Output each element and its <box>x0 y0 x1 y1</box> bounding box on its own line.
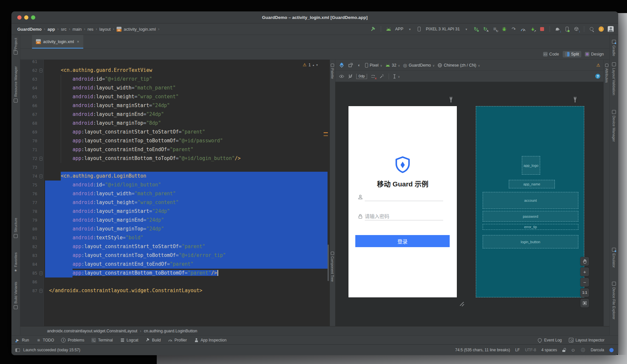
zoom-fit-button[interactable] <box>580 299 589 308</box>
code-line-79[interactable]: 79android:layout_marginEnd="24dp" <box>20 216 330 225</box>
password-placeholder[interactable]: 请输入密码 <box>365 213 389 219</box>
help-icon[interactable]: ? <box>595 74 600 79</box>
toolwindow-button-logcat[interactable]: Logcat <box>120 338 138 342</box>
attach-debugger-icon[interactable] <box>511 26 517 32</box>
toolwindow-button-problems[interactable]: Problems <box>61 338 84 342</box>
breadcrumb-item-main[interactable]: main <box>72 27 82 32</box>
code-line-62[interactable]: 62<cn.authing.guard.ErrorTextView <box>20 66 330 75</box>
code-editor[interactable]: 6162<cn.authing.guard.ErrorTextView63and… <box>20 60 330 326</box>
view-mode-split[interactable]: Split <box>563 51 581 57</box>
device-manager-icon[interactable] <box>564 26 570 32</box>
apply-changes-bug-icon[interactable] <box>530 26 536 32</box>
code-line-75[interactable]: 75android:id="@+id/login_button" <box>20 181 330 189</box>
code-line-87[interactable]: 87</androidx.constraintlayout.widget.Con… <box>20 286 330 295</box>
code-line-78[interactable]: 78android:layout_marginStart="24dp" <box>20 207 330 216</box>
sidebar-item-build-variants[interactable]: Build Variants <box>11 282 20 309</box>
breadcrumb-item-guarddemo[interactable]: GuardDemo <box>17 27 41 32</box>
code-line-76[interactable]: 76android:layout_width="match_parent" <box>20 189 330 198</box>
code-line-65[interactable]: 65android:layout_height="wrap_content" <box>20 92 330 101</box>
zoom-actual-button[interactable]: 1:1 <box>580 288 589 297</box>
warning-stripe-mark[interactable] <box>324 135 328 136</box>
tab-activity-login-xml[interactable]: activity_login.xml × <box>32 35 83 48</box>
code-line-72[interactable]: 72app:layout_constraintBottom_toTopOf="@… <box>20 154 330 163</box>
locale-select[interactable]: Chinese (zh / CN) <box>438 63 480 68</box>
caret-position[interactable]: 74:5 (535 chars, 11 line breaks) <box>455 348 510 352</box>
code-line-68[interactable]: 68android:layout_marginTop="8dp" <box>20 119 330 128</box>
sidebar-item-gradle[interactable]: Gradle <box>610 40 618 56</box>
sidebar-item-emulator[interactable]: Emulator <box>610 248 618 268</box>
breadcrumb-item-res[interactable]: res <box>88 27 93 32</box>
view-mode-design[interactable]: Design <box>583 51 606 57</box>
profiler-gauge-icon[interactable] <box>520 26 526 32</box>
sidebar-item-resource-manager[interactable]: Resource Manager <box>11 66 20 103</box>
zoom-in-button[interactable]: + <box>580 267 589 276</box>
avatar[interactable] <box>608 26 614 32</box>
toolwindow-toggle-icon[interactable] <box>15 348 20 352</box>
code-line-64[interactable]: 64android:layout_width="match_parent" <box>20 84 330 92</box>
autoconnect-off-magnet-icon[interactable] <box>347 73 353 79</box>
app-logo-shield-icon[interactable] <box>394 156 411 175</box>
code-line-74[interactable]: 74<cn.authing.guard.LoginButton <box>20 172 330 181</box>
code-line-70[interactable]: 70app:layout_constraintTop_toBottomOf="@… <box>20 136 330 145</box>
blueprint-error_tip[interactable]: error_tip <box>483 224 578 230</box>
account-input-underline[interactable] <box>365 201 443 201</box>
sdk-manager-cube-icon[interactable] <box>573 26 579 32</box>
breadcrumb-item-layout[interactable]: layout <box>99 27 111 32</box>
preview-config-wrench-icon[interactable] <box>448 96 454 103</box>
breadcrumb-item-app[interactable]: app <box>47 27 55 32</box>
chevron-down-icon[interactable] <box>463 26 469 32</box>
feedback-happy-icon[interactable]: ☺ <box>571 347 575 353</box>
code-line-82[interactable]: 82app:layout_constraintStart_toStartOf="… <box>20 242 330 251</box>
default-margins-ibeam[interactable] <box>393 74 400 79</box>
warning-stripe-mark[interactable] <box>324 132 328 133</box>
code-line-86[interactable]: 86 <box>20 277 330 286</box>
toolwindow-button-layout-inspector[interactable]: Layout Inspector <box>569 338 604 342</box>
search-icon[interactable] <box>589 26 595 32</box>
inspection-widget[interactable]: ⚠ 1 ▴ ▾ <box>303 62 318 67</box>
zoom-out-button[interactable]: − <box>580 278 589 287</box>
default-margin-select[interactable]: 0dp <box>356 74 367 79</box>
code-line-71[interactable]: 71app:layout_constraintEnd_toEndOf="pare… <box>20 145 330 154</box>
toolwindow-button-build[interactable]: Build <box>146 338 161 342</box>
theme-select[interactable]: GuardDemo <box>403 63 435 68</box>
view-mode-code[interactable]: Code <box>541 51 561 57</box>
line-ending[interactable]: LF <box>515 348 520 352</box>
apply-code-changes-icon[interactable] <box>482 26 488 32</box>
code-line-83[interactable]: 83app:layout_constraintTop_toBottomOf="@… <box>20 251 330 260</box>
code-line-69[interactable]: 69app:layout_constraintStart_toStartOf="… <box>20 128 330 136</box>
stop-icon[interactable] <box>539 26 545 32</box>
orientation-icon[interactable] <box>347 62 353 68</box>
toolwindow-button-todo[interactable]: TODO <box>36 338 54 342</box>
preview-resize-handle[interactable] <box>458 300 464 306</box>
build-hammer-icon[interactable] <box>370 26 376 32</box>
toolwindow-button-event-log[interactable]: Event Log <box>538 338 562 342</box>
sidebar-item-project[interactable]: Project <box>11 38 20 55</box>
palette-tab[interactable]: Palette <box>330 64 335 79</box>
blueprint-account[interactable]: account <box>483 192 578 209</box>
blueprint-password[interactable]: password <box>483 211 578 222</box>
app-name-text[interactable]: 移动 Guard 示例 <box>348 179 457 188</box>
sidebar-item-structure[interactable]: Structure <box>11 218 20 238</box>
component-tree-tab[interactable]: Component Tree <box>330 252 335 282</box>
code-line-61[interactable]: 61 <box>20 60 330 66</box>
toolwindow-button-run[interactable]: Run <box>15 338 29 342</box>
code-line-77[interactable]: 77android:layout_height="wrap_content" <box>20 198 330 207</box>
blueprint-preview[interactable]: app_logoapp_nameaccountpassworderror_tip… <box>476 106 584 297</box>
sidebar-item-device-manager[interactable]: Device Manager <box>610 110 618 142</box>
code-line-73[interactable]: 73 <box>20 163 330 172</box>
password-input-underline[interactable] <box>365 220 443 220</box>
build-list-icon[interactable] <box>492 26 498 32</box>
rerun-app-icon[interactable] <box>473 26 479 32</box>
prev-next-warning-icons[interactable]: ▴ ▾ <box>313 63 318 67</box>
close-icon[interactable]: × <box>77 40 79 44</box>
ide-update-icon[interactable]: ↑ <box>598 26 604 32</box>
code-line-81[interactable]: 81android:textStyle="bold" <box>20 233 330 242</box>
xml-breadcrumb-item[interactable]: cn.authing.guard.LoginButton <box>144 329 197 333</box>
api-select[interactable]: 32 <box>385 63 400 68</box>
theme-name[interactable]: Darcula <box>591 348 604 352</box>
login-button-preview[interactable]: 登录 <box>355 235 450 247</box>
toolwindow-button-app-inspection[interactable]: App Inspection <box>194 338 226 342</box>
sidebar-item-layout-validation[interactable]: Layout Validation <box>610 62 618 95</box>
target-device-select[interactable]: PIXEL 3 XL API 31 <box>426 27 460 31</box>
attributes-tab[interactable]: Attributes <box>604 64 609 83</box>
